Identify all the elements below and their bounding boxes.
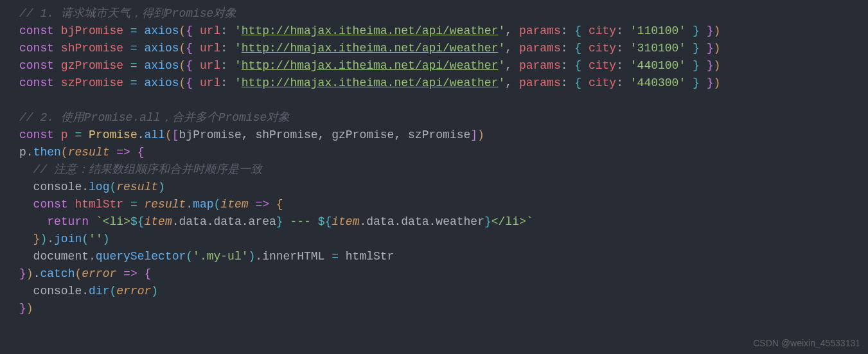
comment-line: // 2. 使用Promise.all，合并多个Promise对象 — [19, 111, 290, 124]
code-line: const shPromise = axios({ url: 'http://h… — [19, 42, 720, 55]
code-line: const gzPromise = axios({ url: 'http://h… — [19, 59, 720, 72]
code-line: return `<li>${item.data.data.area} --- $… — [19, 215, 533, 228]
watermark-text: CSDN @weixin_45533131 — [753, 337, 860, 350]
code-line: p.then(result => { — [19, 146, 145, 159]
code-line: const bjPromise = axios({ url: 'http://h… — [19, 24, 720, 37]
code-line: const p = Promise.all([bjPromise, shProm… — [19, 128, 484, 141]
code-line: // 注意：结果数组顺序和合并时顺序是一致 — [19, 163, 262, 176]
code-line: console.log(result) — [19, 181, 165, 193]
code-line: document.querySelector('.my-ul').innerHT… — [19, 250, 394, 263]
code-line: }).catch(error => { — [19, 267, 151, 280]
code-line: const szPromise = axios({ url: 'http://h… — [19, 76, 720, 89]
code-line: }).join('') — [19, 233, 110, 245]
comment-line: // 1. 请求城市天气，得到Promise对象 — [19, 7, 236, 20]
code-line: }) — [19, 302, 33, 315]
code-line: const htmlStr = result.map(item => { — [19, 198, 283, 211]
code-line: console.dir(error) — [19, 285, 158, 297]
code-editor[interactable]: // 1. 请求城市天气，得到Promise对象 const bjPromise… — [0, 0, 868, 317]
